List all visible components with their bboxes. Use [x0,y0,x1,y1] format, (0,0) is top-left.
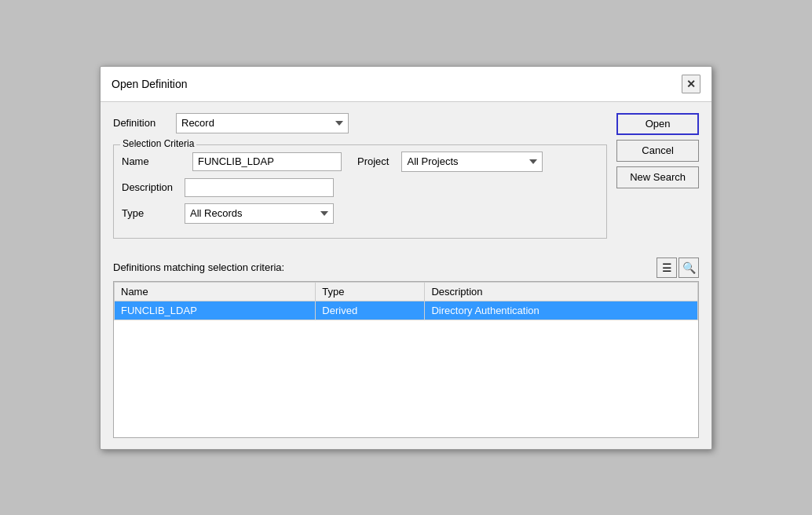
description-input[interactable] [185,178,334,197]
project-label: Project [357,155,389,167]
col-header-type: Type [316,282,425,301]
results-container: Name Type Description FUNCLIB_LDAP Deriv… [113,281,699,438]
col-header-name: Name [115,282,316,301]
project-select[interactable]: All Projects [401,152,543,172]
type-row: Type All Records [122,203,598,224]
type-label: Type [122,207,185,219]
list-icon: ☰ [662,261,672,274]
name-project-row: Name Project All Projects [122,152,598,172]
table-header: Name Type Description [115,282,698,301]
search-icon: 🔍 [682,261,696,274]
left-panel: Definition Record Selection Criteria Nam… [113,113,607,247]
description-row: Description [122,178,598,197]
description-label: Description [122,181,185,193]
selection-criteria-label: Selection Criteria [120,138,196,149]
table-body: FUNCLIB_LDAP Derived Directory Authentic… [115,301,698,320]
cell-description: Directory Authentication [425,301,698,320]
type-select[interactable]: All Records [185,203,334,224]
bottom-area: Definitions matching selection criteria:… [101,258,711,449]
icon-buttons: ☰ 🔍 [657,258,699,278]
matching-header: Definitions matching selection criteria:… [113,258,699,278]
definition-row: Definition Record [113,113,607,133]
cancel-button[interactable]: Cancel [616,140,699,162]
selection-criteria-group: Selection Criteria Name Project All Proj… [113,144,607,239]
dialog-title: Open Definition [112,78,188,90]
dialog-body: Definition Record Selection Criteria Nam… [101,102,711,258]
right-panel: Open Cancel New Search [616,113,699,247]
definition-select[interactable]: Record [176,113,349,133]
list-view-button[interactable]: ☰ [657,258,677,278]
name-input[interactable] [192,152,342,171]
cell-name: FUNCLIB_LDAP [115,301,316,320]
open-button[interactable]: Open [616,113,699,135]
matching-text: Definitions matching selection criteria: [113,261,284,273]
new-search-button[interactable]: New Search [616,166,699,188]
definition-label: Definition [113,117,176,129]
open-definition-dialog: Open Definition ✕ Definition Record Sele… [100,66,712,450]
results-table: Name Type Description FUNCLIB_LDAP Deriv… [114,282,698,320]
name-label: Name [122,155,185,167]
cell-type: Derived [316,301,425,320]
close-button[interactable]: ✕ [682,75,700,93]
search-view-button[interactable]: 🔍 [678,258,699,278]
title-bar: Open Definition ✕ [101,67,711,102]
col-header-description: Description [425,282,698,301]
table-row[interactable]: FUNCLIB_LDAP Derived Directory Authentic… [115,301,698,320]
